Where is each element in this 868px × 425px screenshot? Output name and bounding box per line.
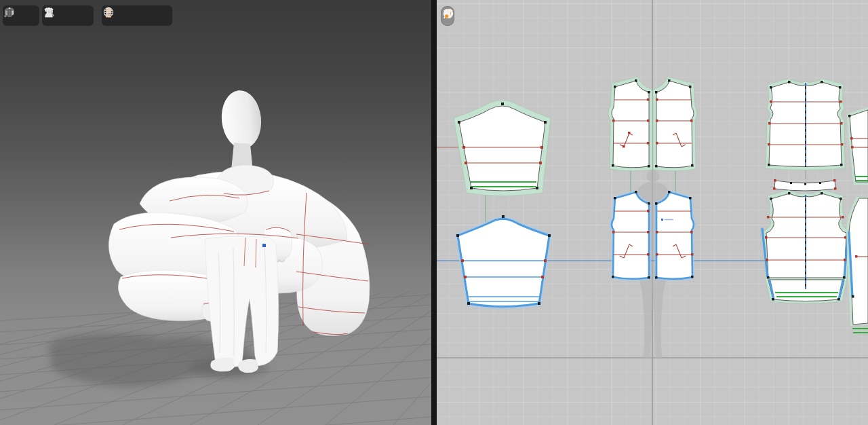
pin-marker[interactable] xyxy=(262,244,266,247)
viewport-divider[interactable] xyxy=(431,0,437,425)
2d-pattern-viewport[interactable] xyxy=(437,0,868,425)
3d-scene xyxy=(0,0,431,425)
trousers[interactable] xyxy=(205,236,279,373)
toolbar-2d xyxy=(441,6,454,26)
globe-icon[interactable] xyxy=(102,5,115,19)
2d-pattern-canvas xyxy=(437,0,868,425)
avatar-foot-right xyxy=(238,359,258,373)
mesh-shirt-icon[interactable] xyxy=(3,5,16,19)
toolbar-display-toggles xyxy=(42,5,94,26)
app-window xyxy=(0,0,868,425)
avatar-icon[interactable] xyxy=(42,5,56,19)
toolbar-render-style xyxy=(102,5,172,26)
tshirt-fabric-icon[interactable] xyxy=(441,7,455,20)
pattern-piece-front-right-top[interactable] xyxy=(653,77,697,171)
pattern-piece-front-right-bottom-selected[interactable] xyxy=(655,191,694,279)
avatar-3d[interactable] xyxy=(108,88,370,373)
pattern-piece-sleeve-top[interactable] xyxy=(454,100,551,196)
pattern-piece-back-top[interactable] xyxy=(766,79,845,170)
3d-viewport[interactable] xyxy=(0,0,431,425)
pattern-piece-front-left-bottom-selected[interactable] xyxy=(612,191,650,279)
pattern-piece-back-bottom[interactable] xyxy=(762,190,850,303)
toolbar-view-mode xyxy=(3,5,39,26)
pattern-piece-sleeve-bottom-selected[interactable] xyxy=(456,215,551,307)
avatar-head xyxy=(219,88,264,151)
pattern-piece-front-left-top[interactable] xyxy=(608,77,652,171)
